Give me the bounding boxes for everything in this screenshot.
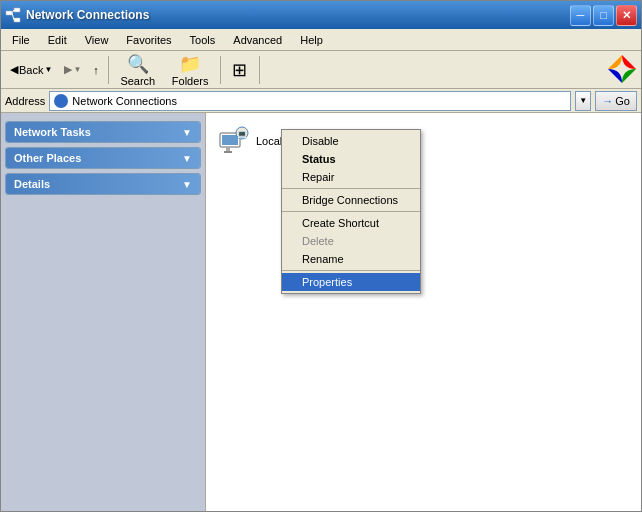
panel-network-tasks: Network Tasks ▼ <box>5 121 201 143</box>
svg-rect-7 <box>222 135 238 145</box>
back-label: Back <box>19 64 43 76</box>
svg-line-4 <box>12 13 14 20</box>
panel-details: Details ▼ <box>5 173 201 195</box>
menu-tools[interactable]: Tools <box>181 31 225 49</box>
maximize-button[interactable]: □ <box>593 5 614 26</box>
network-tasks-label: Network Tasks <box>14 126 91 138</box>
svg-text:💻: 💻 <box>237 129 247 139</box>
dropdown-arrow-icon: ▼ <box>579 96 587 105</box>
other-places-label: Other Places <box>14 152 81 164</box>
other-places-chevron-icon: ▼ <box>182 153 192 164</box>
title-bar-left: Network Connections <box>5 7 149 23</box>
context-separator-2 <box>282 211 420 212</box>
context-bridge-connections[interactable]: Bridge Connections <box>282 191 420 209</box>
go-button[interactable]: → Go <box>595 91 637 111</box>
left-panel: Network Tasks ▼ Other Places ▼ Details ▼ <box>1 113 206 511</box>
view-button[interactable]: ⊞ <box>225 56 255 84</box>
minimize-button[interactable]: ─ <box>570 5 591 26</box>
address-field[interactable]: Network Connections <box>49 91 571 111</box>
toolbar-separator-3 <box>259 56 260 84</box>
svg-rect-9 <box>224 151 232 153</box>
menu-view[interactable]: View <box>76 31 118 49</box>
context-rename[interactable]: Rename <box>282 250 420 268</box>
search-button[interactable]: 🔍 Search <box>113 50 163 90</box>
context-properties[interactable]: Properties <box>282 273 420 291</box>
menu-bar: File Edit View Favorites Tools Advanced … <box>1 29 641 51</box>
go-arrow-icon: → <box>602 95 613 107</box>
context-separator-3 <box>282 270 420 271</box>
search-label: Search <box>120 75 155 87</box>
details-chevron-icon: ▼ <box>182 179 192 190</box>
menu-file[interactable]: File <box>3 31 39 49</box>
address-label: Address <box>5 95 45 107</box>
menu-edit[interactable]: Edit <box>39 31 76 49</box>
address-dropdown[interactable]: ▼ <box>575 91 591 111</box>
svg-rect-8 <box>226 147 230 151</box>
back-button[interactable]: ◀ Back ▼ <box>5 60 57 79</box>
svg-point-5 <box>608 55 636 83</box>
address-bar: Address Network Connections ▼ → Go <box>1 89 641 113</box>
context-create-shortcut[interactable]: Create Shortcut <box>282 214 420 232</box>
toolbar: ◀ Back ▼ ▶ ▼ ↑ 🔍 Search 📁 Folders ⊞ <box>1 51 641 89</box>
folders-button[interactable]: 📁 Folders <box>165 50 216 90</box>
xp-logo-icon <box>607 54 637 84</box>
window: Network Connections ─ □ ✕ File Edit View… <box>0 0 642 512</box>
folders-icon: 📁 <box>179 53 201 75</box>
toolbar-separator-1 <box>108 56 109 84</box>
menu-help[interactable]: Help <box>291 31 332 49</box>
address-value: Network Connections <box>72 95 177 107</box>
search-icon: 🔍 <box>127 53 149 75</box>
details-header[interactable]: Details ▼ <box>6 174 200 194</box>
context-delete: Delete <box>282 232 420 250</box>
toolbar-separator-2 <box>220 56 221 84</box>
network-tasks-chevron-icon: ▼ <box>182 127 192 138</box>
forward-dropdown-icon: ▼ <box>73 65 81 74</box>
context-menu: Disable Status Repair Bridge Connections… <box>281 129 421 294</box>
context-repair[interactable]: Repair <box>282 168 420 186</box>
back-dropdown-icon: ▼ <box>44 65 52 74</box>
content-area: Network Tasks ▼ Other Places ▼ Details ▼ <box>1 113 641 511</box>
back-arrow-icon: ◀ <box>10 63 18 76</box>
context-disable[interactable]: Disable <box>282 132 420 150</box>
right-panel: 💻 Local Area Connection Disable Status R… <box>206 113 641 511</box>
menu-advanced[interactable]: Advanced <box>224 31 291 49</box>
folders-label: Folders <box>172 75 209 87</box>
network-adapter-icon: 💻 <box>218 125 250 157</box>
network-tasks-header[interactable]: Network Tasks ▼ <box>6 122 200 142</box>
up-button[interactable]: ↑ <box>88 61 104 79</box>
svg-rect-1 <box>14 8 20 12</box>
up-arrow-icon: ↑ <box>93 64 99 76</box>
details-label: Details <box>14 178 50 190</box>
forward-arrow-icon: ▶ <box>64 63 72 76</box>
context-separator-1 <box>282 188 420 189</box>
close-button[interactable]: ✕ <box>616 5 637 26</box>
window-title: Network Connections <box>26 8 149 22</box>
svg-rect-0 <box>6 11 12 15</box>
svg-line-3 <box>12 10 14 13</box>
other-places-header[interactable]: Other Places ▼ <box>6 148 200 168</box>
panel-other-places: Other Places ▼ <box>5 147 201 169</box>
go-label: Go <box>615 95 630 107</box>
xp-logo-area <box>607 54 637 86</box>
forward-button[interactable]: ▶ ▼ <box>59 60 86 79</box>
window-icon <box>5 7 21 23</box>
network-connections-icon <box>54 94 68 108</box>
view-icon: ⊞ <box>232 59 247 81</box>
context-status[interactable]: Status <box>282 150 420 168</box>
svg-rect-2 <box>14 18 20 22</box>
title-buttons: ─ □ ✕ <box>570 5 637 26</box>
menu-favorites[interactable]: Favorites <box>117 31 180 49</box>
title-bar: Network Connections ─ □ ✕ <box>1 1 641 29</box>
